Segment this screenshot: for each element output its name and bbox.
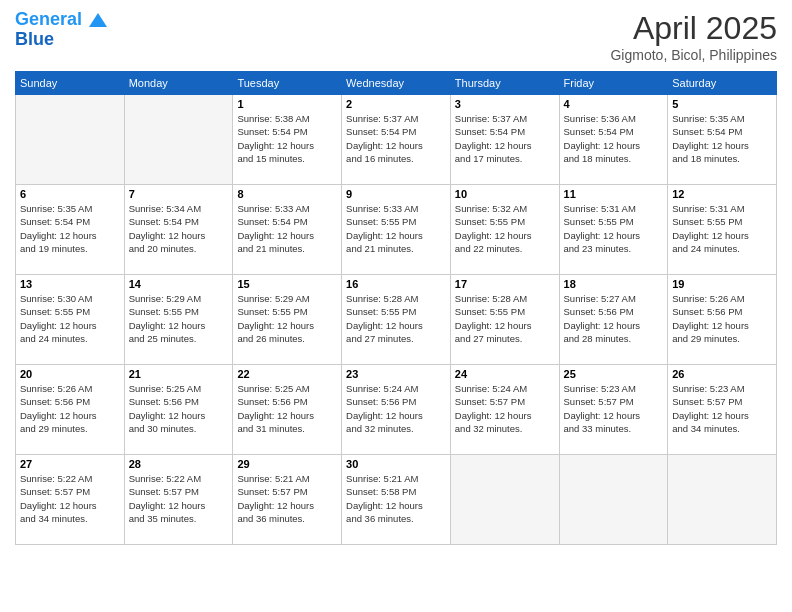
column-header-friday: Friday — [559, 72, 668, 95]
month-title: April 2025 — [610, 10, 777, 47]
calendar-cell — [16, 95, 125, 185]
calendar-cell: 1Sunrise: 5:38 AM Sunset: 5:54 PM Daylig… — [233, 95, 342, 185]
week-row-2: 6Sunrise: 5:35 AM Sunset: 5:54 PM Daylig… — [16, 185, 777, 275]
calendar-cell: 17Sunrise: 5:28 AM Sunset: 5:55 PM Dayli… — [450, 275, 559, 365]
day-number: 21 — [129, 368, 229, 380]
calendar-header-row: SundayMondayTuesdayWednesdayThursdayFrid… — [16, 72, 777, 95]
calendar-cell: 21Sunrise: 5:25 AM Sunset: 5:56 PM Dayli… — [124, 365, 233, 455]
calendar-cell: 18Sunrise: 5:27 AM Sunset: 5:56 PM Dayli… — [559, 275, 668, 365]
week-row-3: 13Sunrise: 5:30 AM Sunset: 5:55 PM Dayli… — [16, 275, 777, 365]
calendar-cell: 4Sunrise: 5:36 AM Sunset: 5:54 PM Daylig… — [559, 95, 668, 185]
day-number: 29 — [237, 458, 337, 470]
calendar-cell — [559, 455, 668, 545]
day-number: 9 — [346, 188, 446, 200]
logo-text: General Blue — [15, 10, 107, 50]
column-header-saturday: Saturday — [668, 72, 777, 95]
calendar-cell: 9Sunrise: 5:33 AM Sunset: 5:55 PM Daylig… — [342, 185, 451, 275]
day-info: Sunrise: 5:31 AM Sunset: 5:55 PM Dayligh… — [564, 202, 664, 255]
day-info: Sunrise: 5:31 AM Sunset: 5:55 PM Dayligh… — [672, 202, 772, 255]
calendar-cell: 5Sunrise: 5:35 AM Sunset: 5:54 PM Daylig… — [668, 95, 777, 185]
calendar-table: SundayMondayTuesdayWednesdayThursdayFrid… — [15, 71, 777, 545]
day-info: Sunrise: 5:24 AM Sunset: 5:57 PM Dayligh… — [455, 382, 555, 435]
day-info: Sunrise: 5:33 AM Sunset: 5:55 PM Dayligh… — [346, 202, 446, 255]
calendar-cell — [450, 455, 559, 545]
day-info: Sunrise: 5:28 AM Sunset: 5:55 PM Dayligh… — [455, 292, 555, 345]
day-info: Sunrise: 5:21 AM Sunset: 5:57 PM Dayligh… — [237, 472, 337, 525]
day-number: 26 — [672, 368, 772, 380]
day-info: Sunrise: 5:25 AM Sunset: 5:56 PM Dayligh… — [237, 382, 337, 435]
column-header-tuesday: Tuesday — [233, 72, 342, 95]
day-info: Sunrise: 5:23 AM Sunset: 5:57 PM Dayligh… — [672, 382, 772, 435]
calendar-cell: 2Sunrise: 5:37 AM Sunset: 5:54 PM Daylig… — [342, 95, 451, 185]
calendar-cell — [124, 95, 233, 185]
day-number: 17 — [455, 278, 555, 290]
day-info: Sunrise: 5:25 AM Sunset: 5:56 PM Dayligh… — [129, 382, 229, 435]
day-number: 28 — [129, 458, 229, 470]
day-info: Sunrise: 5:38 AM Sunset: 5:54 PM Dayligh… — [237, 112, 337, 165]
calendar-cell: 14Sunrise: 5:29 AM Sunset: 5:55 PM Dayli… — [124, 275, 233, 365]
day-info: Sunrise: 5:33 AM Sunset: 5:54 PM Dayligh… — [237, 202, 337, 255]
day-number: 16 — [346, 278, 446, 290]
day-info: Sunrise: 5:22 AM Sunset: 5:57 PM Dayligh… — [20, 472, 120, 525]
logo: General Blue — [15, 10, 107, 50]
calendar-cell: 27Sunrise: 5:22 AM Sunset: 5:57 PM Dayli… — [16, 455, 125, 545]
logo-icon — [89, 13, 107, 27]
day-info: Sunrise: 5:35 AM Sunset: 5:54 PM Dayligh… — [20, 202, 120, 255]
day-number: 24 — [455, 368, 555, 380]
day-number: 8 — [237, 188, 337, 200]
day-number: 22 — [237, 368, 337, 380]
calendar-cell: 22Sunrise: 5:25 AM Sunset: 5:56 PM Dayli… — [233, 365, 342, 455]
calendar-cell: 29Sunrise: 5:21 AM Sunset: 5:57 PM Dayli… — [233, 455, 342, 545]
day-number: 30 — [346, 458, 446, 470]
week-row-5: 27Sunrise: 5:22 AM Sunset: 5:57 PM Dayli… — [16, 455, 777, 545]
calendar-cell: 30Sunrise: 5:21 AM Sunset: 5:58 PM Dayli… — [342, 455, 451, 545]
calendar-cell: 15Sunrise: 5:29 AM Sunset: 5:55 PM Dayli… — [233, 275, 342, 365]
week-row-1: 1Sunrise: 5:38 AM Sunset: 5:54 PM Daylig… — [16, 95, 777, 185]
page-container: General Blue April 2025 Gigmoto, Bicol, … — [0, 0, 792, 612]
calendar-cell: 25Sunrise: 5:23 AM Sunset: 5:57 PM Dayli… — [559, 365, 668, 455]
calendar-cell: 16Sunrise: 5:28 AM Sunset: 5:55 PM Dayli… — [342, 275, 451, 365]
column-header-thursday: Thursday — [450, 72, 559, 95]
day-info: Sunrise: 5:29 AM Sunset: 5:55 PM Dayligh… — [237, 292, 337, 345]
day-number: 4 — [564, 98, 664, 110]
day-number: 7 — [129, 188, 229, 200]
calendar-cell: 6Sunrise: 5:35 AM Sunset: 5:54 PM Daylig… — [16, 185, 125, 275]
calendar-cell: 3Sunrise: 5:37 AM Sunset: 5:54 PM Daylig… — [450, 95, 559, 185]
day-info: Sunrise: 5:22 AM Sunset: 5:57 PM Dayligh… — [129, 472, 229, 525]
day-number: 3 — [455, 98, 555, 110]
day-number: 12 — [672, 188, 772, 200]
day-number: 18 — [564, 278, 664, 290]
day-info: Sunrise: 5:29 AM Sunset: 5:55 PM Dayligh… — [129, 292, 229, 345]
calendar-cell: 8Sunrise: 5:33 AM Sunset: 5:54 PM Daylig… — [233, 185, 342, 275]
day-number: 14 — [129, 278, 229, 290]
day-info: Sunrise: 5:37 AM Sunset: 5:54 PM Dayligh… — [455, 112, 555, 165]
day-info: Sunrise: 5:24 AM Sunset: 5:56 PM Dayligh… — [346, 382, 446, 435]
calendar-cell: 19Sunrise: 5:26 AM Sunset: 5:56 PM Dayli… — [668, 275, 777, 365]
column-header-sunday: Sunday — [16, 72, 125, 95]
calendar-cell: 7Sunrise: 5:34 AM Sunset: 5:54 PM Daylig… — [124, 185, 233, 275]
week-row-4: 20Sunrise: 5:26 AM Sunset: 5:56 PM Dayli… — [16, 365, 777, 455]
day-info: Sunrise: 5:28 AM Sunset: 5:55 PM Dayligh… — [346, 292, 446, 345]
day-info: Sunrise: 5:27 AM Sunset: 5:56 PM Dayligh… — [564, 292, 664, 345]
calendar-cell: 28Sunrise: 5:22 AM Sunset: 5:57 PM Dayli… — [124, 455, 233, 545]
day-number: 2 — [346, 98, 446, 110]
day-number: 10 — [455, 188, 555, 200]
day-number: 25 — [564, 368, 664, 380]
calendar-cell: 12Sunrise: 5:31 AM Sunset: 5:55 PM Dayli… — [668, 185, 777, 275]
day-number: 13 — [20, 278, 120, 290]
column-header-wednesday: Wednesday — [342, 72, 451, 95]
day-info: Sunrise: 5:21 AM Sunset: 5:58 PM Dayligh… — [346, 472, 446, 525]
day-number: 20 — [20, 368, 120, 380]
calendar-cell: 13Sunrise: 5:30 AM Sunset: 5:55 PM Dayli… — [16, 275, 125, 365]
day-number: 23 — [346, 368, 446, 380]
day-info: Sunrise: 5:26 AM Sunset: 5:56 PM Dayligh… — [672, 292, 772, 345]
day-number: 6 — [20, 188, 120, 200]
day-info: Sunrise: 5:34 AM Sunset: 5:54 PM Dayligh… — [129, 202, 229, 255]
day-info: Sunrise: 5:35 AM Sunset: 5:54 PM Dayligh… — [672, 112, 772, 165]
column-header-monday: Monday — [124, 72, 233, 95]
day-info: Sunrise: 5:23 AM Sunset: 5:57 PM Dayligh… — [564, 382, 664, 435]
logo-blue: Blue — [15, 30, 107, 50]
day-number: 5 — [672, 98, 772, 110]
day-number: 1 — [237, 98, 337, 110]
page-header: General Blue April 2025 Gigmoto, Bicol, … — [15, 10, 777, 63]
